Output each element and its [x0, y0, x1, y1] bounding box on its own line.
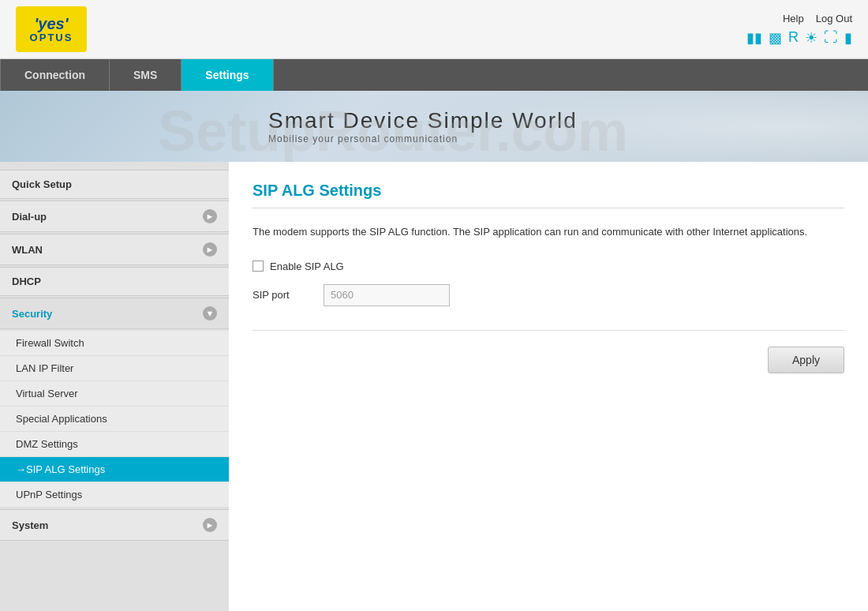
hero-title: Smart Device Simple World: [268, 108, 868, 133]
enable-sip-row: Enable SIP ALG: [253, 261, 844, 272]
sidebar-item-label: DHCP: [12, 276, 41, 287]
enable-sip-label[interactable]: Enable SIP ALG: [253, 261, 344, 272]
sim-icon: ▮▮: [746, 29, 762, 47]
main-layout: Quick Setup Dial-up ► WLAN ► DHCP Securi…: [0, 162, 868, 611]
sidebar-item-label: Security: [12, 308, 52, 320]
sidebar-section-quicksetup: Quick Setup: [0, 170, 229, 199]
enable-sip-text: Enable SIP ALG: [270, 261, 344, 272]
hero-banner: SetupRouter.com Smart Device Simple Worl…: [0, 91, 868, 162]
nav-settings[interactable]: Settings: [181, 59, 273, 91]
sidebar-item-wlan[interactable]: WLAN ►: [0, 234, 229, 265]
sidebar-item-label: Quick Setup: [12, 178, 72, 190]
sidebar-section-security: Security ▼ Firewall Switch LAN IP Filter…: [0, 298, 229, 508]
signal-icon: ▩: [769, 29, 782, 47]
apply-row: Apply: [253, 347, 844, 373]
sidebar-section-dhcp: DHCP: [0, 267, 229, 296]
chevron-right-icon: ►: [203, 209, 217, 223]
sidebar-item-label: System: [12, 519, 48, 531]
logo-yes: 'yes': [35, 15, 69, 32]
sidebar-section-dialup: Dial-up ►: [0, 201, 229, 232]
sidebar-item-label: Dial-up: [12, 211, 47, 223]
chevron-right-icon: ►: [203, 242, 217, 257]
sip-port-input[interactable]: [324, 284, 450, 306]
nav-connection[interactable]: Connection: [0, 59, 110, 91]
apply-button[interactable]: Apply: [768, 347, 844, 373]
chevron-right-icon: ►: [203, 518, 217, 532]
sidebar-item-dmz-settings[interactable]: DMZ Settings: [0, 432, 229, 457]
sidebar-item-virtual-server[interactable]: Virtual Server: [0, 381, 229, 407]
divider: [253, 330, 844, 331]
page-title: SIP ALG Settings: [253, 182, 844, 208]
sidebar-item-dhcp[interactable]: DHCP: [0, 267, 229, 296]
sip-port-row: SIP port: [253, 284, 844, 306]
hero-subtitle: Mobilise your personal communication: [268, 133, 868, 144]
sidebar-item-security[interactable]: Security ▼: [0, 298, 229, 329]
description-text: The modem supports the SIP ALG function.…: [253, 224, 844, 241]
sidebar-item-dialup[interactable]: Dial-up ►: [0, 201, 229, 232]
sidebar-sub-items-security: Firewall Switch LAN IP Filter Virtual Se…: [0, 331, 229, 508]
sidebar-item-quick-setup[interactable]: Quick Setup: [0, 170, 229, 199]
navbar: Connection SMS Settings: [0, 59, 868, 91]
status-icons: ▮▮ ▩ R ☀ ⛶ ▮: [746, 29, 852, 47]
logout-link[interactable]: Log Out: [816, 13, 852, 24]
sidebar-item-upnp-settings[interactable]: UPnP Settings: [0, 482, 229, 508]
content-area: SIP ALG Settings The modem supports the …: [229, 162, 868, 611]
header-links: Help Log Out: [783, 13, 852, 24]
sidebar-item-firewall-switch[interactable]: Firewall Switch: [0, 331, 229, 356]
sidebar-section-wlan: WLAN ►: [0, 234, 229, 265]
logo-optus: OPTUS: [30, 32, 73, 43]
nav-sms[interactable]: SMS: [110, 59, 181, 91]
sidebar: Quick Setup Dial-up ► WLAN ► DHCP Securi…: [0, 162, 229, 611]
logo: 'yes' OPTUS: [16, 6, 87, 52]
globe-icon: ☀: [805, 29, 817, 47]
sip-port-label: SIP port: [253, 289, 316, 301]
enable-sip-checkbox[interactable]: [253, 261, 264, 272]
sidebar-item-lan-ip-filter[interactable]: LAN IP Filter: [0, 356, 229, 381]
sidebar-item-system[interactable]: System ►: [0, 509, 229, 541]
sidebar-item-special-applications[interactable]: Special Applications: [0, 407, 229, 432]
header-right: Help Log Out ▮▮ ▩ R ☀ ⛶ ▮: [746, 13, 852, 47]
sidebar-item-label: WLAN: [12, 244, 43, 256]
chevron-down-icon: ▼: [203, 306, 217, 320]
monitor-icon: ⛶: [824, 29, 838, 46]
sidebar-item-sip-alg-settings[interactable]: →SIP ALG Settings: [0, 457, 229, 482]
roaming-icon: R: [788, 29, 799, 46]
header: 'yes' OPTUS Help Log Out ▮▮ ▩ R ☀ ⛶ ▮: [0, 0, 868, 59]
sidebar-section-system: System ►: [0, 509, 229, 541]
battery-icon: ▮: [844, 29, 852, 47]
help-link[interactable]: Help: [783, 13, 804, 24]
